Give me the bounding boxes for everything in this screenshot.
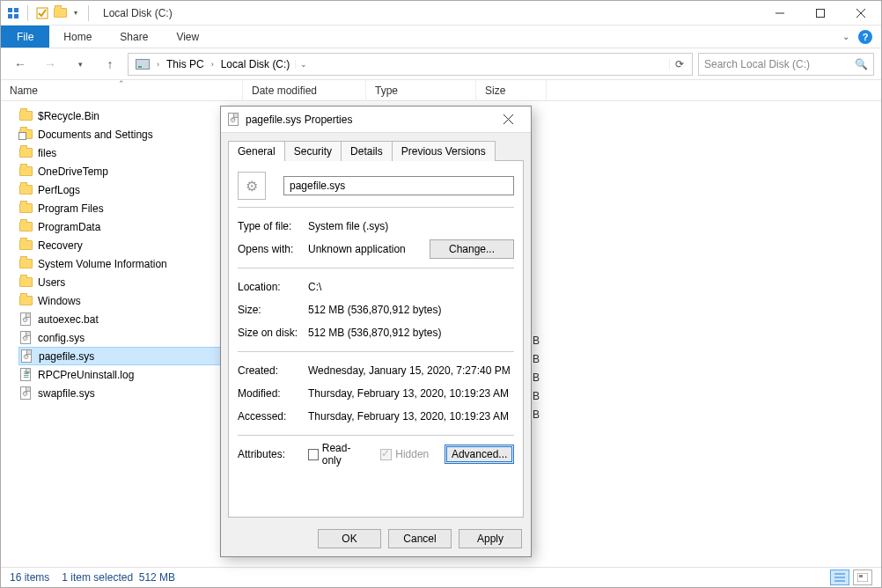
value-size: 512 MB (536,870,912 bytes): [308, 304, 514, 316]
status-selection: 1 item selected 512 MB: [62, 571, 175, 584]
file-row[interactable]: System Volume Information: [18, 254, 226, 273]
column-name[interactable]: Name ⌃: [1, 80, 243, 100]
file-name: RPCPreUninstall.log: [38, 369, 134, 381]
file-row[interactable]: Program Files: [18, 199, 226, 217]
apply-button[interactable]: Apply: [459, 529, 522, 548]
checkbox-readonly[interactable]: Read-only: [308, 442, 364, 467]
close-button[interactable]: [841, 1, 881, 26]
checkbox-hidden: Hidden: [380, 448, 429, 460]
file-row[interactable]: Users: [18, 273, 226, 291]
file-name: Users: [38, 276, 65, 289]
up-button[interactable]: ↑: [98, 52, 122, 77]
change-button[interactable]: Change...: [430, 239, 514, 259]
search-icon[interactable]: 🔍: [855, 58, 868, 70]
file-name: Documents and Settings: [38, 129, 153, 141]
file-name: OneDriveTemp: [38, 165, 108, 178]
file-name: autoexec.bat: [38, 313, 99, 326]
system-file-icon: [18, 331, 33, 345]
search-placeholder: Search Local Disk (C:): [704, 58, 810, 70]
refresh-button[interactable]: ⟳: [669, 58, 688, 70]
minimize-button[interactable]: [760, 1, 800, 26]
label-opens-with: Opens with:: [238, 243, 308, 255]
file-row[interactable]: ProgramData: [18, 217, 226, 236]
address-bar[interactable]: › This PC › Local Disk (C:) ⌄ ⟳: [128, 53, 693, 76]
advanced-button[interactable]: Advanced...: [445, 445, 514, 464]
tab-previous-versions[interactable]: Previous Versions: [392, 141, 496, 161]
file-row[interactable]: PerfLogs: [18, 180, 226, 199]
app-icon: [6, 6, 20, 20]
tab-security[interactable]: Security: [284, 141, 342, 161]
dialog-icon: [226, 113, 240, 127]
column-date[interactable]: Date modified: [243, 80, 366, 100]
file-row[interactable]: RPCPreUninstall.log: [18, 365, 226, 384]
file-row[interactable]: $Recycle.Bin: [18, 107, 226, 125]
file-row[interactable]: Documents and Settings: [18, 125, 226, 143]
help-icon[interactable]: ?: [858, 30, 872, 44]
tab-home[interactable]: Home: [49, 26, 106, 48]
file-name: Recovery: [38, 239, 83, 252]
breadcrumb-this-pc[interactable]: This PC: [163, 56, 208, 72]
breadcrumb-local-disk[interactable]: Local Disk (C:): [217, 56, 294, 72]
file-row[interactable]: files: [18, 143, 226, 162]
svg-rect-3: [14, 14, 18, 18]
maximize-button[interactable]: [800, 1, 841, 26]
history-dropdown-icon[interactable]: ▾: [68, 52, 92, 77]
svg-rect-13: [859, 575, 863, 577]
file-tab[interactable]: File: [1, 26, 49, 48]
status-bar: 16 items 1 item selected 512 MB: [1, 567, 881, 587]
back-button[interactable]: ←: [8, 52, 33, 77]
search-box[interactable]: Search Local Disk (C:) 🔍: [698, 53, 874, 76]
ribbon: File Home Share View ⌄ ?: [1, 26, 881, 48]
qat-dropdown-icon[interactable]: ▾: [70, 9, 81, 17]
qat-checkbox-icon[interactable]: [35, 6, 49, 20]
filename-input[interactable]: [283, 176, 514, 195]
folder-icon: [18, 109, 33, 123]
chevron-right-icon[interactable]: ›: [209, 60, 216, 69]
cancel-button[interactable]: Cancel: [388, 529, 452, 548]
column-headers: Name ⌃ Date modified Type Size: [1, 80, 881, 101]
column-type[interactable]: Type: [366, 80, 476, 100]
address-dropdown-icon[interactable]: ⌄: [295, 60, 311, 69]
partial-size-column: B B B B B: [533, 107, 540, 423]
file-name: System Volume Information: [38, 258, 167, 270]
dialog-title-bar: pagefile.sys Properties: [221, 107, 531, 133]
file-name: Program Files: [38, 202, 104, 215]
view-details-button[interactable]: [830, 570, 849, 585]
tab-details[interactable]: Details: [341, 141, 393, 161]
tab-view[interactable]: View: [162, 26, 213, 48]
qat-folder-icon[interactable]: [53, 6, 67, 20]
view-large-button[interactable]: [853, 570, 872, 585]
ok-button[interactable]: OK: [318, 529, 381, 548]
chevron-right-icon[interactable]: ›: [155, 60, 161, 69]
label-type-of-file: Type of file:: [238, 220, 308, 232]
properties-dialog: pagefile.sys Properties General Security…: [220, 106, 532, 557]
file-row[interactable]: config.sys: [18, 328, 226, 347]
explorer-window: ▾ Local Disk (C:) File Home Share View ⌄…: [0, 0, 882, 588]
column-size[interactable]: Size: [476, 80, 547, 100]
svg-rect-6: [817, 9, 825, 17]
svg-rect-2: [8, 14, 12, 18]
tab-general[interactable]: General: [228, 141, 285, 161]
file-row[interactable]: OneDriveTemp: [18, 162, 226, 180]
tab-share[interactable]: Share: [106, 26, 162, 48]
label-location: Location:: [238, 281, 308, 293]
file-row[interactable]: Recovery: [18, 236, 226, 254]
ribbon-collapse-icon[interactable]: ⌄: [842, 32, 849, 41]
file-row[interactable]: autoexec.bat: [18, 310, 226, 328]
file-name: swapfile.sys: [38, 387, 95, 400]
folder-icon: [18, 257, 33, 271]
file-row[interactable]: swapfile.sys: [18, 384, 226, 402]
status-item-count: 16 items: [10, 571, 49, 584]
file-row[interactable]: pagefile.sys: [18, 347, 226, 365]
file-type-icon: ⚙: [238, 172, 266, 200]
file-row[interactable]: Windows: [18, 291, 226, 310]
forward-button[interactable]: →: [38, 52, 62, 77]
dialog-close-button[interactable]: [490, 107, 526, 133]
value-modified: Thursday, February 13, 2020, 10:19:23 AM: [308, 387, 514, 400]
folder-icon: [18, 183, 33, 197]
value-size-on-disk: 512 MB (536,870,912 bytes): [308, 327, 514, 339]
system-file-icon: [19, 349, 33, 364]
folder-icon: [18, 276, 33, 290]
folder-shortcut-icon: [18, 128, 33, 142]
label-size: Size:: [238, 304, 308, 316]
